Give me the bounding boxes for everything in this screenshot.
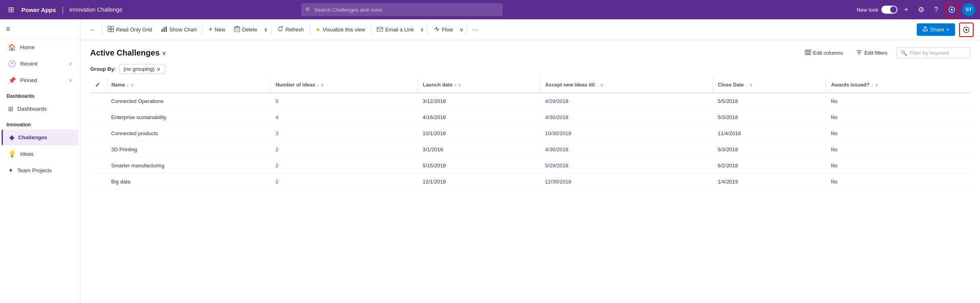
- row-name-0[interactable]: Connected Operations: [106, 93, 271, 109]
- edit-filters-label: Edit filters: [864, 50, 887, 56]
- sidebar-item-dashboards[interactable]: ⊞ Dashboards: [2, 101, 79, 117]
- flow-button[interactable]: Flow: [429, 23, 457, 36]
- ideas-resize-handle[interactable]: [416, 77, 418, 93]
- table-header-row: ✓ Name ↓ ∨: [90, 77, 970, 93]
- group-by-select[interactable]: (no grouping) ∨: [119, 64, 165, 74]
- edit-filters-button[interactable]: Edit filters: [852, 47, 891, 59]
- row-launch-3: 3/1/2018: [418, 142, 540, 158]
- row-check-2[interactable]: [90, 126, 106, 142]
- row-check-4[interactable]: [90, 158, 106, 174]
- brand-label: Power Apps: [21, 6, 56, 13]
- delete-button[interactable]: Delete: [230, 23, 261, 36]
- row-launch-5: 12/1/2018: [418, 174, 540, 190]
- hamburger-button[interactable]: ≡: [2, 23, 15, 35]
- toggle-knob: [890, 6, 897, 13]
- search-input[interactable]: [301, 3, 503, 16]
- highlighted-action-icon[interactable]: [959, 23, 974, 37]
- row-name-5[interactable]: Big data: [106, 174, 271, 190]
- sidebar: ≡ 🏠 Home 🕐 Recent ∨ 📌 Pinned ∨ Dashboard…: [0, 19, 81, 303]
- waffle-icon[interactable]: ⊞: [5, 4, 17, 16]
- th-name[interactable]: Name ↓ ∨: [106, 77, 271, 93]
- settings-icon[interactable]: ⚙: [915, 4, 928, 16]
- recent-chevron-icon: ∨: [69, 61, 72, 66]
- row-close-5: 1/4/2019: [713, 174, 826, 190]
- filter-search-box[interactable]: 🔍: [896, 47, 970, 58]
- read-only-grid-button[interactable]: Read Only Grid: [104, 23, 156, 36]
- edit-columns-button[interactable]: Edit columns: [801, 47, 847, 59]
- copilot-icon[interactable]: [945, 2, 959, 17]
- cmd-divider-1: [102, 25, 102, 35]
- close-resize-handle[interactable]: [824, 77, 826, 93]
- awards-resize-handle[interactable]: [969, 77, 970, 93]
- user-avatar[interactable]: ST: [962, 3, 975, 16]
- search-icon: 🔍: [305, 7, 312, 13]
- read-only-grid-label: Read Only Grid: [116, 27, 152, 33]
- cmd-divider-7: [467, 25, 467, 35]
- delete-label: Delete: [242, 27, 257, 33]
- sidebar-item-team-projects[interactable]: ✦ Team Projects: [2, 163, 79, 178]
- launch-chevron-icon: ∨: [458, 82, 461, 88]
- filter-keyword-input[interactable]: [910, 50, 966, 56]
- visualize-button[interactable]: ✦ Visualize this view: [311, 24, 369, 36]
- launch-resize-handle[interactable]: [539, 77, 540, 93]
- row-check-3[interactable]: [90, 142, 106, 158]
- sidebar-item-home[interactable]: 🏠 Home: [2, 39, 79, 55]
- sidebar-item-challenges[interactable]: ◈ Challenges: [2, 130, 79, 145]
- checkmark-icon: ✓: [95, 81, 100, 89]
- row-check-5[interactable]: [90, 174, 106, 190]
- delete-dropdown-button[interactable]: ∨: [262, 24, 269, 35]
- th-accept[interactable]: Accept new ideas till ↓ ∨: [540, 77, 713, 93]
- sidebar-top: ≡: [0, 19, 80, 39]
- pinned-chevron-icon: ∨: [69, 78, 72, 83]
- cmd-divider-2: [203, 25, 203, 35]
- plus-icon[interactable]: +: [901, 4, 912, 16]
- email-dropdown-button[interactable]: ∨: [419, 24, 426, 35]
- table-body: Connected Operations 5 3/12/2018 4/29/20…: [90, 93, 970, 190]
- svg-rect-4: [111, 29, 114, 32]
- close-chevron-icon: ∨: [749, 82, 752, 88]
- email-link-button[interactable]: Email a Link: [373, 24, 418, 35]
- th-awards[interactable]: Awards issued? ↓ ∨: [826, 77, 970, 93]
- accept-resize-handle[interactable]: [711, 77, 713, 93]
- new-button[interactable]: + New: [205, 23, 230, 36]
- row-close-1: 5/3/2018: [713, 109, 826, 126]
- row-check-1[interactable]: [90, 109, 106, 126]
- dashboards-icon: ⊞: [8, 105, 13, 113]
- flow-dropdown-button[interactable]: ∨: [458, 24, 465, 35]
- th-launch[interactable]: Launch date ↑ ∨: [418, 77, 540, 93]
- back-button[interactable]: ←: [87, 24, 98, 35]
- table-container: ✓ Name ↓ ∨: [81, 77, 980, 303]
- show-chart-icon: [161, 26, 168, 33]
- refresh-button[interactable]: Refresh: [273, 23, 308, 36]
- help-icon[interactable]: ?: [931, 4, 941, 16]
- svg-rect-1: [108, 26, 110, 29]
- email-icon: [377, 26, 383, 33]
- launch-sort-icon: ↑: [454, 82, 456, 87]
- row-close-3: 5/3/2018: [713, 142, 826, 158]
- sidebar-item-recent[interactable]: 🕐 Recent ∨: [2, 56, 79, 72]
- row-name-2[interactable]: Connected products: [106, 126, 271, 142]
- th-close[interactable]: Close Date ↓ ∨: [713, 77, 826, 93]
- row-check-0[interactable]: [90, 93, 106, 109]
- name-resize-handle[interactable]: [269, 77, 270, 93]
- share-button[interactable]: Share ∨: [917, 23, 955, 36]
- sidebar-item-pinned[interactable]: 📌 Pinned ∨: [2, 72, 79, 88]
- view-title-chevron-icon[interactable]: ∨: [162, 50, 166, 56]
- edit-columns-label: Edit columns: [813, 50, 843, 56]
- view-title-text: Active Challenges: [90, 48, 160, 58]
- new-look-toggle[interactable]: [881, 6, 897, 14]
- row-name-1[interactable]: Enterprise sustainability: [106, 109, 271, 126]
- sidebar-item-ideas[interactable]: 💡 Ideas: [2, 146, 79, 162]
- row-name-3[interactable]: 3D Printing: [106, 142, 271, 158]
- row-name-4[interactable]: Smarter manufacturing: [106, 158, 271, 174]
- th-ideas[interactable]: Number of ideas ↓ ∨: [271, 77, 418, 93]
- row-launch-2: 10/1/2018: [418, 126, 540, 142]
- svg-rect-7: [166, 27, 167, 32]
- show-chart-button[interactable]: Show Chart: [157, 23, 201, 36]
- close-sort-icon: ↓: [746, 82, 748, 87]
- svg-rect-12: [807, 50, 809, 55]
- innovation-section-label: Innovation: [0, 117, 80, 129]
- dashboards-section-label: Dashboards: [0, 89, 80, 101]
- more-options-button[interactable]: ⋯: [469, 23, 482, 36]
- cmd-divider-5: [371, 25, 371, 35]
